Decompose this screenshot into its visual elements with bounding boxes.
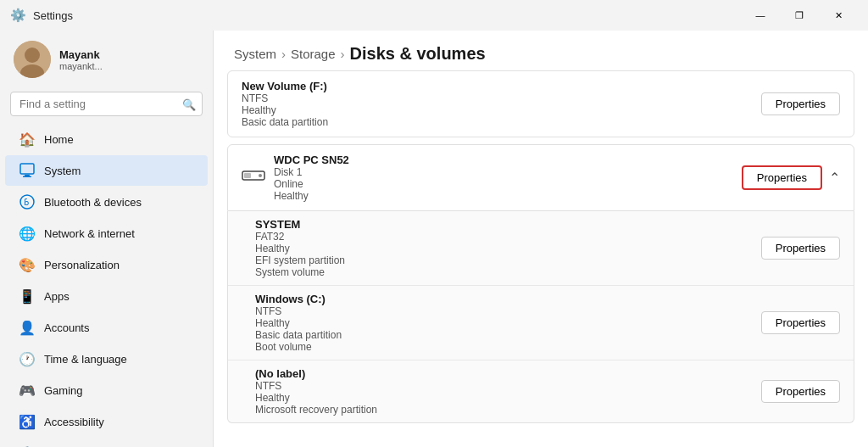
svg-rect-5 bbox=[23, 176, 31, 178]
partition-name-windows-c: Windows (C:) bbox=[255, 293, 342, 305]
sidebar-item-accessibility[interactable]: ♿ Accessibility bbox=[5, 406, 208, 437]
window-title: Settings bbox=[33, 9, 73, 22]
properties-button-nolabel[interactable]: Properties bbox=[761, 380, 840, 403]
home-icon: 🏠 bbox=[19, 131, 36, 148]
svg-text:ɓ: ɓ bbox=[24, 198, 29, 207]
partition-detail-c-3: Basic data partition bbox=[255, 329, 342, 341]
sidebar-label-apps: Apps bbox=[44, 290, 70, 303]
properties-button-system[interactable]: Properties bbox=[761, 237, 840, 260]
sidebar-item-apps[interactable]: 📱 Apps bbox=[5, 281, 208, 311]
accessibility-icon: ♿ bbox=[19, 413, 36, 430]
partition-name-system: SYSTEM bbox=[255, 218, 345, 231]
network-icon: 🌐 bbox=[19, 225, 36, 242]
partition-detail-system-2: Healthy bbox=[255, 243, 345, 254]
disk-name: WDC PC SN52 bbox=[274, 154, 349, 166]
svg-point-10 bbox=[259, 174, 262, 177]
properties-button-disk[interactable]: Properties bbox=[742, 165, 822, 190]
partition-info-nolabel: (No label) NTFS Healthy Microsoft recove… bbox=[255, 367, 377, 416]
system-icon bbox=[19, 162, 36, 179]
partition-detail-system-4: System volume bbox=[255, 266, 345, 278]
time-icon: 🕐 bbox=[19, 350, 36, 367]
sidebar-item-time[interactable]: 🕐 Time & language bbox=[5, 344, 208, 374]
sidebar-label-system: System bbox=[44, 165, 81, 177]
breadcrumb-sep-2: › bbox=[341, 47, 345, 61]
search-box[interactable]: 🔍 bbox=[10, 92, 203, 116]
bluetooth-icon: ɓ bbox=[19, 193, 36, 210]
partition-detail-nolabel-3: Microsoft recovery partition bbox=[255, 404, 377, 416]
partition-row-system: SYSTEM FAT32 Healthy EFI system partitio… bbox=[228, 211, 854, 285]
volume-info-f: New Volume (F:) NTFS Healthy Basic data … bbox=[242, 80, 328, 128]
svg-rect-9 bbox=[244, 173, 251, 178]
profile-name: Mayank bbox=[59, 48, 103, 61]
sidebar-item-system[interactable]: System bbox=[5, 155, 208, 186]
volume-detail-f-1: NTFS bbox=[242, 92, 328, 104]
sidebar-item-accounts[interactable]: 👤 Accounts bbox=[5, 312, 208, 343]
accounts-icon: 👤 bbox=[19, 319, 36, 336]
partition-detail-system-1: FAT32 bbox=[255, 231, 345, 243]
profile-sub: mayankt... bbox=[59, 61, 103, 71]
volume-name-f: New Volume (F:) bbox=[242, 80, 328, 92]
sidebar-item-network[interactable]: 🌐 Network & internet bbox=[5, 218, 208, 249]
partition-detail-system-3: EFI system partition bbox=[255, 254, 345, 266]
partition-detail-nolabel-1: NTFS bbox=[255, 380, 377, 392]
settings-icon: ⚙️ bbox=[10, 8, 26, 23]
partition-info-system: SYSTEM FAT32 Healthy EFI system partitio… bbox=[255, 218, 345, 278]
partition-row-nolabel: (No label) NTFS Healthy Microsoft recove… bbox=[228, 360, 854, 422]
disk-detail-2: Online bbox=[274, 178, 349, 190]
partition-detail-c-1: NTFS bbox=[255, 305, 342, 317]
breadcrumb-sep-1: › bbox=[281, 47, 286, 61]
disk-icon bbox=[242, 169, 265, 187]
sidebar-item-privacy[interactable]: 🛡️ Privacy & security bbox=[5, 438, 208, 447]
sidebar-label-accessibility: Accessibility bbox=[44, 416, 104, 428]
volume-detail-f-2: Healthy bbox=[242, 104, 328, 116]
disk-detail-1: Disk 1 bbox=[274, 166, 349, 178]
app-body: Mayank mayankt... 🔍 🏠 Home bbox=[0, 31, 868, 447]
sidebar-item-gaming[interactable]: 🎮 Gaming bbox=[5, 375, 208, 405]
sidebar-label-accounts: Accounts bbox=[44, 321, 89, 334]
volume-row-f: New Volume (F:) NTFS Healthy Basic data … bbox=[227, 70, 854, 137]
properties-button-c[interactable]: Properties bbox=[761, 311, 840, 334]
svg-point-1 bbox=[25, 47, 40, 63]
sidebar-nav: 🏠 Home System ɓ bbox=[0, 123, 213, 447]
breadcrumb: System › Storage › Disks & volumes bbox=[214, 31, 868, 70]
personalization-icon: 🎨 bbox=[19, 256, 36, 273]
content-area: System › Storage › Disks & volumes New V… bbox=[214, 31, 868, 447]
sidebar-label-gaming: Gaming bbox=[44, 384, 83, 397]
partition-info-windows-c: Windows (C:) NTFS Healthy Basic data par… bbox=[255, 293, 342, 353]
chevron-up-icon[interactable]: ⌃ bbox=[829, 170, 840, 186]
breadcrumb-current: Disks & volumes bbox=[350, 44, 486, 64]
apps-icon: 📱 bbox=[19, 288, 36, 305]
sidebar-label-bluetooth: Bluetooth & devices bbox=[44, 196, 142, 209]
sidebar-item-personalization[interactable]: 🎨 Personalization bbox=[5, 249, 208, 280]
partitions-container: SYSTEM FAT32 Healthy EFI system partitio… bbox=[227, 211, 854, 423]
close-button[interactable]: ✕ bbox=[819, 2, 858, 29]
properties-button-f[interactable]: Properties bbox=[761, 92, 840, 115]
partition-row-windows-c: Windows (C:) NTFS Healthy Basic data par… bbox=[228, 285, 854, 360]
sidebar-label-time: Time & language bbox=[44, 353, 127, 366]
profile-section: Mayank mayankt... bbox=[0, 31, 213, 87]
window-controls: — ❐ ✕ bbox=[741, 2, 858, 29]
disk-detail-3: Healthy bbox=[274, 190, 349, 202]
partition-detail-nolabel-2: Healthy bbox=[255, 392, 377, 404]
sidebar: Mayank mayankt... 🔍 🏠 Home bbox=[0, 31, 214, 447]
partition-detail-c-2: Healthy bbox=[255, 317, 342, 329]
search-icon: 🔍 bbox=[182, 98, 196, 110]
disk-details: WDC PC SN52 Disk 1 Online Healthy bbox=[274, 154, 349, 202]
breadcrumb-system: System bbox=[234, 47, 276, 61]
maximize-button[interactable]: ❐ bbox=[780, 2, 819, 29]
gaming-icon: 🎮 bbox=[19, 382, 36, 399]
sidebar-item-home[interactable]: 🏠 Home bbox=[5, 124, 208, 154]
partition-name-nolabel: (No label) bbox=[255, 367, 377, 380]
title-bar-left: ⚙️ Settings bbox=[10, 8, 73, 23]
disk-parent-row: WDC PC SN52 Disk 1 Online Healthy Proper… bbox=[227, 144, 854, 211]
sidebar-item-bluetooth[interactable]: ɓ Bluetooth & devices bbox=[5, 187, 208, 217]
svg-rect-3 bbox=[20, 164, 34, 174]
disk-parent-right: Properties ⌃ bbox=[742, 165, 840, 190]
sidebar-label-home: Home bbox=[44, 133, 74, 146]
search-input[interactable] bbox=[10, 92, 203, 116]
title-bar: ⚙️ Settings — ❐ ✕ bbox=[0, 0, 868, 31]
minimize-button[interactable]: — bbox=[741, 2, 780, 29]
breadcrumb-storage: Storage bbox=[291, 47, 336, 61]
partition-detail-c-4: Boot volume bbox=[255, 341, 342, 353]
profile-info: Mayank mayankt... bbox=[59, 48, 103, 71]
